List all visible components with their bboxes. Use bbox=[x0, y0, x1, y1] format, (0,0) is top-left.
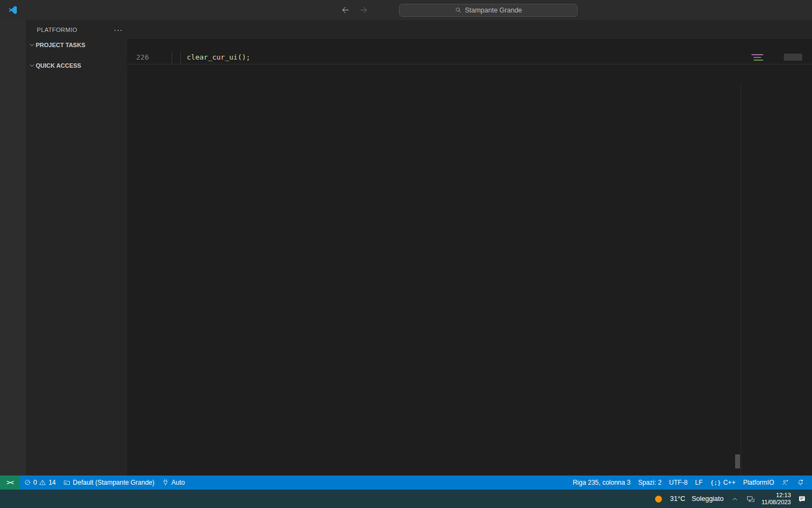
line-number: 226 bbox=[127, 53, 149, 61]
weather-condition[interactable]: Soleggiato bbox=[692, 495, 724, 503]
feedback-icon bbox=[782, 479, 789, 486]
breadcrumb[interactable] bbox=[127, 39, 812, 52]
terminal-output[interactable] bbox=[127, 83, 736, 476]
sidebar-title: PLATFORMIO bbox=[37, 27, 77, 33]
terminal-list bbox=[741, 83, 812, 476]
language-mode[interactable]: {;} C++ bbox=[706, 476, 739, 490]
titlebar: Stampante Grande bbox=[0, 0, 812, 20]
code-line: clear_cur_ui(); bbox=[187, 53, 250, 61]
windows-taskbar: 31°C Soleggiato 12:13 11/08/2023 bbox=[0, 490, 812, 508]
vscode-logo-icon bbox=[0, 5, 25, 15]
tray-date: 11/08/2023 bbox=[762, 499, 791, 505]
editor-region: 226 clear_cur_ui(); bbox=[127, 20, 812, 476]
encoding[interactable]: UTF-8 bbox=[665, 476, 691, 490]
clock[interactable]: 12:13 11/08/2023 bbox=[762, 492, 791, 506]
env-icon bbox=[63, 479, 71, 486]
status-bar: >< 0 14 Default (Stampante Grande) Auto … bbox=[0, 476, 812, 490]
indentation[interactable]: Spazi: 2 bbox=[634, 476, 665, 490]
env-selector[interactable]: Default (Stampante Grande) bbox=[60, 476, 158, 490]
braces-icon: {;} bbox=[710, 479, 721, 486]
window-controls bbox=[807, 0, 812, 20]
cursor-position[interactable]: Riga 235, colonna 3 bbox=[569, 476, 634, 490]
warning-icon bbox=[39, 479, 47, 486]
network-icon[interactable] bbox=[746, 494, 755, 504]
vscode-window: Stampante Grande PLATFORMIO ··· PROJECT … bbox=[0, 0, 812, 508]
sidebar: PLATFORMIO ··· PROJECT TASKS QUICK ACCES… bbox=[26, 20, 127, 476]
editor-scrollbar[interactable] bbox=[784, 54, 802, 61]
command-center-label: Stampante Grande bbox=[465, 6, 522, 14]
remote-indicator[interactable]: >< bbox=[0, 476, 20, 490]
tray-time: 12:13 bbox=[776, 492, 791, 498]
chevron-down-icon bbox=[28, 62, 36, 69]
minimap[interactable] bbox=[751, 53, 776, 63]
editor[interactable]: 226 clear_cur_ui(); bbox=[127, 52, 812, 64]
back-icon[interactable] bbox=[341, 5, 350, 15]
platformio-status[interactable]: PlatformIO bbox=[739, 476, 778, 490]
weather-temp[interactable]: 31°C bbox=[670, 495, 685, 503]
nav-arrows bbox=[341, 5, 368, 15]
plug-icon bbox=[162, 479, 169, 486]
chevron-down-icon bbox=[28, 41, 36, 49]
editor-tabbar bbox=[127, 20, 812, 39]
action-center-icon[interactable] bbox=[797, 494, 807, 504]
feedback-button[interactable] bbox=[778, 476, 793, 490]
forward-icon[interactable] bbox=[359, 5, 368, 15]
eol-sequence[interactable]: LF bbox=[691, 476, 706, 490]
section-project-tasks[interactable]: PROJECT TASKS bbox=[26, 39, 127, 51]
weather-sun-icon[interactable] bbox=[653, 494, 664, 504]
section-quick-access[interactable]: QUICK ACCESS bbox=[26, 60, 127, 71]
serial-port-selector[interactable]: Auto bbox=[158, 476, 188, 490]
panel bbox=[127, 64, 812, 476]
command-center[interactable]: Stampante Grande bbox=[399, 4, 578, 17]
terminal-scrollbar[interactable] bbox=[735, 454, 740, 468]
notifications-button[interactable] bbox=[793, 476, 808, 490]
activity-bar bbox=[0, 20, 26, 476]
tray-chevron-icon[interactable] bbox=[730, 494, 739, 504]
error-icon bbox=[24, 479, 31, 486]
search-icon bbox=[455, 6, 462, 14]
system-tray: 31°C Soleggiato 12:13 11/08/2023 bbox=[653, 492, 812, 506]
sidebar-more-icon[interactable]: ··· bbox=[114, 25, 123, 34]
problems-status[interactable]: 0 14 bbox=[20, 476, 60, 490]
bell-icon bbox=[797, 479, 804, 486]
